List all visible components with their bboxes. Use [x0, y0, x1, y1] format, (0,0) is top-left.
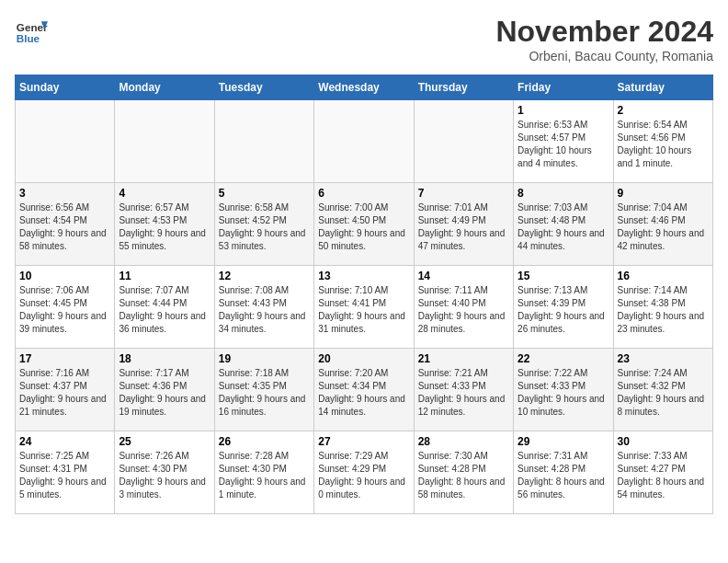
day-info: Sunrise: 7:06 AMSunset: 4:45 PMDaylight:… — [19, 284, 110, 336]
day-number: 29 — [518, 435, 609, 448]
day-number: 21 — [418, 352, 509, 365]
calendar-subtitle: Orbeni, Bacau County, Romania — [495, 49, 713, 63]
day-number: 8 — [518, 187, 609, 200]
day-info: Sunrise: 7:33 AMSunset: 4:27 PMDaylight:… — [618, 450, 709, 501]
day-cell: 25Sunrise: 7:26 AMSunset: 4:30 PMDayligh… — [115, 431, 214, 514]
day-cell: 17Sunrise: 7:16 AMSunset: 4:37 PMDayligh… — [16, 349, 115, 431]
day-number: 22 — [518, 352, 609, 365]
day-number: 19 — [219, 352, 310, 365]
day-info: Sunrise: 7:10 AMSunset: 4:41 PMDaylight:… — [318, 284, 409, 336]
day-cell — [115, 100, 214, 183]
day-number: 27 — [318, 435, 409, 448]
day-cell: 10Sunrise: 7:06 AMSunset: 4:45 PMDayligh… — [16, 266, 115, 349]
day-info: Sunrise: 7:00 AMSunset: 4:50 PMDaylight:… — [318, 201, 409, 253]
day-number: 7 — [418, 187, 509, 200]
day-info: Sunrise: 7:04 AMSunset: 4:46 PMDaylight:… — [618, 201, 709, 253]
day-cell: 26Sunrise: 7:28 AMSunset: 4:30 PMDayligh… — [214, 431, 313, 514]
day-info: Sunrise: 6:58 AMSunset: 4:52 PMDaylight:… — [219, 201, 310, 253]
day-number: 2 — [618, 104, 709, 117]
week-row-1: 1Sunrise: 6:53 AMSunset: 4:57 PMDaylight… — [16, 100, 713, 183]
day-info: Sunrise: 7:16 AMSunset: 4:37 PMDaylight:… — [19, 367, 110, 419]
day-number: 20 — [318, 352, 409, 365]
week-row-4: 17Sunrise: 7:16 AMSunset: 4:37 PMDayligh… — [16, 349, 713, 431]
day-cell: 22Sunrise: 7:22 AMSunset: 4:33 PMDayligh… — [514, 349, 613, 431]
page-header: General Blue November 2024 Orbeni, Bacau… — [15, 15, 713, 63]
day-info: Sunrise: 7:22 AMSunset: 4:33 PMDaylight:… — [518, 367, 609, 419]
weekday-header-row: SundayMondayTuesdayWednesdayThursdayFrid… — [16, 75, 713, 100]
weekday-header-tuesday: Tuesday — [214, 75, 313, 100]
day-cell — [214, 100, 313, 183]
day-cell: 30Sunrise: 7:33 AMSunset: 4:27 PMDayligh… — [613, 431, 712, 514]
day-cell: 4Sunrise: 6:57 AMSunset: 4:53 PMDaylight… — [115, 183, 214, 266]
day-info: Sunrise: 7:07 AMSunset: 4:44 PMDaylight:… — [119, 284, 210, 336]
day-cell — [314, 100, 414, 183]
day-number: 15 — [518, 270, 609, 282]
day-cell: 11Sunrise: 7:07 AMSunset: 4:44 PMDayligh… — [115, 266, 214, 349]
day-cell: 27Sunrise: 7:29 AMSunset: 4:29 PMDayligh… — [314, 431, 414, 514]
day-info: Sunrise: 7:18 AMSunset: 4:35 PMDaylight:… — [219, 367, 310, 419]
day-info: Sunrise: 7:29 AMSunset: 4:29 PMDaylight:… — [318, 450, 409, 501]
day-number: 9 — [618, 187, 709, 200]
week-row-5: 24Sunrise: 7:25 AMSunset: 4:31 PMDayligh… — [16, 431, 713, 514]
weekday-header-sunday: Sunday — [16, 75, 115, 100]
day-number: 4 — [119, 187, 210, 200]
day-info: Sunrise: 7:03 AMSunset: 4:48 PMDaylight:… — [518, 201, 609, 253]
day-number: 10 — [19, 270, 110, 282]
day-number: 23 — [618, 352, 709, 365]
day-info: Sunrise: 7:11 AMSunset: 4:40 PMDaylight:… — [418, 284, 509, 336]
day-info: Sunrise: 7:26 AMSunset: 4:30 PMDaylight:… — [119, 450, 210, 501]
day-cell: 29Sunrise: 7:31 AMSunset: 4:28 PMDayligh… — [514, 431, 613, 514]
day-info: Sunrise: 6:57 AMSunset: 4:53 PMDaylight:… — [119, 201, 210, 253]
day-cell: 15Sunrise: 7:13 AMSunset: 4:39 PMDayligh… — [514, 266, 613, 349]
day-info: Sunrise: 7:14 AMSunset: 4:38 PMDaylight:… — [618, 284, 709, 336]
title-block: November 2024 Orbeni, Bacau County, Roma… — [495, 15, 713, 63]
day-cell: 5Sunrise: 6:58 AMSunset: 4:52 PMDaylight… — [214, 183, 313, 266]
day-cell: 23Sunrise: 7:24 AMSunset: 4:32 PMDayligh… — [613, 349, 712, 431]
day-info: Sunrise: 7:25 AMSunset: 4:31 PMDaylight:… — [19, 450, 110, 501]
day-number: 6 — [318, 187, 409, 200]
day-info: Sunrise: 6:54 AMSunset: 4:56 PMDaylight:… — [618, 119, 709, 170]
day-cell: 13Sunrise: 7:10 AMSunset: 4:41 PMDayligh… — [314, 266, 414, 349]
week-row-2: 3Sunrise: 6:56 AMSunset: 4:54 PMDaylight… — [16, 183, 713, 266]
day-info: Sunrise: 6:53 AMSunset: 4:57 PMDaylight:… — [518, 119, 609, 170]
day-info: Sunrise: 7:01 AMSunset: 4:49 PMDaylight:… — [418, 201, 509, 253]
day-info: Sunrise: 7:28 AMSunset: 4:30 PMDaylight:… — [219, 450, 310, 501]
day-number: 16 — [618, 270, 709, 282]
day-cell: 20Sunrise: 7:20 AMSunset: 4:34 PMDayligh… — [314, 349, 414, 431]
day-cell: 7Sunrise: 7:01 AMSunset: 4:49 PMDaylight… — [414, 183, 513, 266]
calendar-table: SundayMondayTuesdayWednesdayThursdayFrid… — [15, 75, 713, 514]
day-info: Sunrise: 7:30 AMSunset: 4:28 PMDaylight:… — [418, 450, 509, 501]
day-cell — [16, 100, 115, 183]
day-number: 18 — [119, 352, 210, 365]
day-info: Sunrise: 7:08 AMSunset: 4:43 PMDaylight:… — [219, 284, 310, 336]
day-cell: 8Sunrise: 7:03 AMSunset: 4:48 PMDaylight… — [514, 183, 613, 266]
weekday-header-wednesday: Wednesday — [314, 75, 414, 100]
day-number: 25 — [119, 435, 210, 448]
day-info: Sunrise: 7:13 AMSunset: 4:39 PMDaylight:… — [518, 284, 609, 336]
day-cell: 9Sunrise: 7:04 AMSunset: 4:46 PMDaylight… — [613, 183, 712, 266]
day-number: 5 — [219, 187, 310, 200]
day-cell: 14Sunrise: 7:11 AMSunset: 4:40 PMDayligh… — [414, 266, 513, 349]
calendar-title: November 2024 — [495, 15, 713, 49]
day-cell: 3Sunrise: 6:56 AMSunset: 4:54 PMDaylight… — [16, 183, 115, 266]
day-cell: 21Sunrise: 7:21 AMSunset: 4:33 PMDayligh… — [414, 349, 513, 431]
day-number: 24 — [19, 435, 110, 448]
day-info: Sunrise: 6:56 AMSunset: 4:54 PMDaylight:… — [19, 201, 110, 253]
logo-icon: General Blue — [15, 15, 48, 48]
day-info: Sunrise: 7:21 AMSunset: 4:33 PMDaylight:… — [418, 367, 509, 419]
day-number: 1 — [518, 104, 609, 117]
day-cell: 18Sunrise: 7:17 AMSunset: 4:36 PMDayligh… — [115, 349, 214, 431]
day-number: 12 — [219, 270, 310, 282]
day-number: 30 — [618, 435, 709, 448]
week-row-3: 10Sunrise: 7:06 AMSunset: 4:45 PMDayligh… — [16, 266, 713, 349]
day-cell: 2Sunrise: 6:54 AMSunset: 4:56 PMDaylight… — [613, 100, 712, 183]
day-cell: 19Sunrise: 7:18 AMSunset: 4:35 PMDayligh… — [214, 349, 313, 431]
day-number: 26 — [219, 435, 310, 448]
day-info: Sunrise: 7:31 AMSunset: 4:28 PMDaylight:… — [518, 450, 609, 501]
day-cell — [414, 100, 513, 183]
day-cell: 1Sunrise: 6:53 AMSunset: 4:57 PMDaylight… — [514, 100, 613, 183]
day-info: Sunrise: 7:17 AMSunset: 4:36 PMDaylight:… — [119, 367, 210, 419]
day-number: 14 — [418, 270, 509, 282]
svg-text:Blue: Blue — [17, 32, 40, 44]
weekday-header-monday: Monday — [115, 75, 214, 100]
